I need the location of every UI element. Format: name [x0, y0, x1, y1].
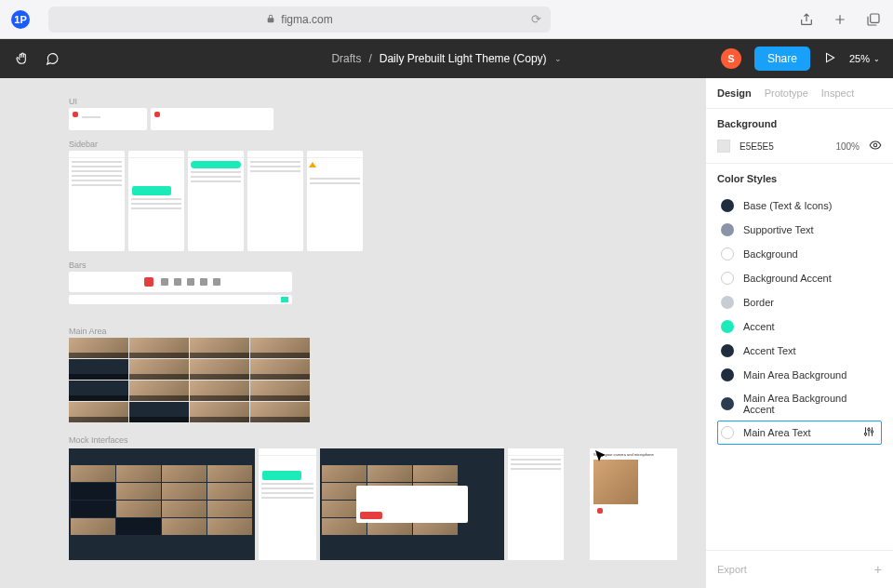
- user-avatar[interactable]: S: [721, 48, 741, 69]
- color-style-label: Main Area Background: [743, 369, 846, 381]
- color-style-label: Base (Text & Icons): [743, 200, 832, 211]
- tab-inspect[interactable]: Inspect: [821, 87, 854, 99]
- color-style-row[interactable]: Base (Text & Icons): [717, 194, 882, 218]
- breadcrumb-current[interactable]: Daily Prebuilt Light Theme (Copy): [380, 52, 547, 65]
- frame-mock-2-sidebar[interactable]: [508, 448, 564, 560]
- color-style-label: Main Area Background Accent: [743, 393, 878, 415]
- export-label[interactable]: Export: [717, 564, 747, 575]
- color-swatch-icon: [721, 223, 734, 236]
- visibility-icon[interactable]: [869, 139, 882, 154]
- chevron-down-icon[interactable]: ⌄: [554, 54, 562, 63]
- svg-point-2: [864, 433, 866, 434]
- tab-prototype[interactable]: Prototype: [765, 87, 808, 99]
- frame-ui-1[interactable]: [69, 108, 147, 130]
- svg-point-1: [873, 143, 877, 147]
- frame-label-mock: Mock Interfaces: [69, 435, 705, 445]
- color-swatch-icon: [721, 344, 734, 357]
- color-style-label: Border: [743, 297, 774, 308]
- share-button[interactable]: Share: [754, 47, 810, 71]
- color-styles-title: Color Styles: [717, 173, 882, 184]
- tabs-icon[interactable]: [865, 11, 882, 28]
- color-style-row[interactable]: Border: [717, 290, 882, 314]
- frame-sidebar-4[interactable]: [247, 151, 303, 251]
- breadcrumb-separator: /: [368, 52, 371, 65]
- address-bar[interactable]: figma.com ⟳: [48, 7, 551, 33]
- svg-point-3: [868, 429, 870, 431]
- breadcrumb-parent[interactable]: Drafts: [331, 52, 361, 65]
- password-manager-icon[interactable]: 1P: [11, 10, 30, 29]
- color-style-row[interactable]: Supportive Text: [717, 218, 882, 242]
- color-swatch-icon: [721, 397, 734, 410]
- zoom-control[interactable]: 25% ⌄: [849, 53, 880, 64]
- chevron-down-icon: ⌄: [873, 55, 880, 63]
- frame-main-area[interactable]: [69, 338, 314, 422]
- modal-record: [356, 486, 468, 523]
- tab-design[interactable]: Design: [717, 87, 752, 99]
- frame-bars-1[interactable]: [69, 272, 292, 292]
- figma-toolbar: Drafts / Daily Prebuilt Light Theme (Cop…: [0, 39, 893, 78]
- color-style-label: Main Area Text: [743, 427, 811, 438]
- color-style-row[interactable]: Background Accent: [717, 266, 882, 290]
- frame-sidebar-3[interactable]: [188, 151, 244, 251]
- color-swatch-icon: [721, 426, 734, 439]
- frame-ui-2[interactable]: [151, 108, 273, 130]
- background-swatch[interactable]: [717, 140, 730, 153]
- background-hex[interactable]: E5E5E5: [740, 141, 826, 152]
- background-title: Background: [717, 118, 882, 129]
- background-opacity[interactable]: 100%: [835, 141, 860, 152]
- url-host: figma.com: [281, 13, 332, 26]
- color-style-row[interactable]: Main Area Background Accent: [717, 387, 882, 421]
- hand-tool-icon[interactable]: [13, 49, 32, 68]
- frame-mock-1[interactable]: [69, 448, 255, 560]
- color-swatch-icon: [721, 368, 734, 381]
- adjust-icon[interactable]: [862, 425, 875, 440]
- cursor-icon: [595, 450, 606, 466]
- frame-label-ui: UI: [69, 97, 705, 106]
- lock-icon: [266, 14, 275, 25]
- color-style-row[interactable]: Main Area Background: [717, 363, 882, 387]
- frame-label-sidebar: Sidebar: [69, 140, 705, 149]
- color-style-label: Accent Text: [743, 345, 796, 356]
- add-export-icon[interactable]: +: [874, 562, 882, 577]
- frame-mock-1-sidebar[interactable]: [259, 448, 316, 560]
- frame-label-bars: Bars: [69, 261, 705, 270]
- color-style-row[interactable]: Background: [717, 242, 882, 266]
- canvas[interactable]: UI Sidebar Bars: [0, 78, 705, 588]
- color-style-row[interactable]: Accent Text: [717, 339, 882, 363]
- color-swatch-icon: [721, 199, 734, 212]
- frame-sidebar-1[interactable]: [69, 151, 125, 251]
- color-style-label: Background Accent: [743, 273, 832, 284]
- color-swatch-icon: [721, 272, 734, 285]
- svg-rect-0: [871, 14, 879, 22]
- frame-sidebar-2[interactable]: [128, 151, 184, 251]
- present-icon[interactable]: [823, 51, 836, 67]
- color-swatch-icon: [721, 320, 734, 333]
- color-style-label: Supportive Text: [743, 224, 814, 235]
- color-style-row[interactable]: Main Area Text: [717, 421, 882, 445]
- design-panel: Design Prototype Inspect Background E5E5…: [705, 78, 893, 588]
- frame-sidebar-5[interactable]: [307, 151, 363, 251]
- new-tab-icon[interactable]: [832, 11, 848, 28]
- frame-bars-2[interactable]: [69, 295, 292, 304]
- frame-mock-2[interactable]: [320, 448, 504, 560]
- share-icon[interactable]: [798, 11, 815, 28]
- browser-toolbar: 1P figma.com ⟳: [0, 0, 893, 39]
- breadcrumb: Drafts / Daily Prebuilt Light Theme (Cop…: [331, 52, 561, 65]
- color-style-row[interactable]: Accent: [717, 314, 882, 339]
- frame-label-main-area: Main Area: [69, 327, 705, 336]
- color-style-label: Accent: [743, 321, 775, 332]
- svg-point-4: [871, 431, 873, 433]
- comment-tool-icon[interactable]: [43, 49, 61, 68]
- color-swatch-icon: [721, 296, 734, 309]
- reload-icon[interactable]: ⟳: [531, 12, 541, 26]
- color-style-label: Background: [743, 248, 798, 260]
- color-swatch-icon: [721, 247, 734, 261]
